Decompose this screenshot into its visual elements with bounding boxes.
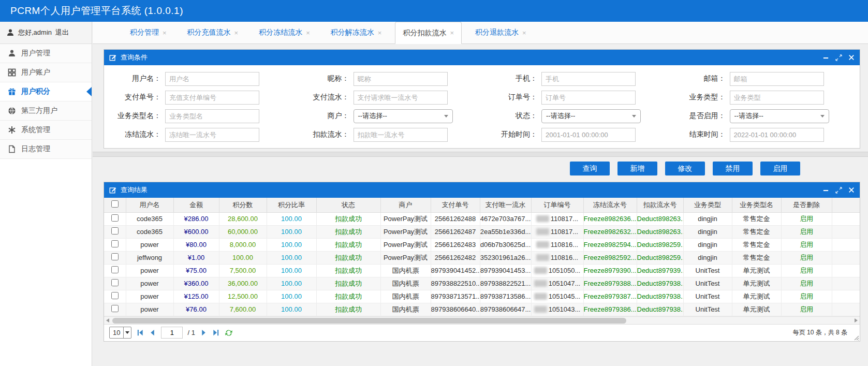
first-page-button[interactable] <box>136 329 144 336</box>
edit-button[interactable]: 修改 <box>665 162 705 175</box>
sidebar-item-log-mgmt[interactable]: 日志管理 <box>0 140 92 159</box>
start-time-input[interactable] <box>541 128 636 142</box>
select-all-checkbox[interactable] <box>111 200 119 208</box>
main-content: 查询条件 用户名：昵称：手机：邮箱：支付单号：支付流水：订单号：业务类型：业务类… <box>93 44 868 366</box>
refresh-icon[interactable] <box>225 329 233 337</box>
page-size-select[interactable]: 10 <box>109 327 131 339</box>
sidebar-item-user-points[interactable]: 用户积分 <box>0 82 92 101</box>
row-checkbox[interactable] <box>111 266 119 273</box>
sidebar-item-user-account[interactable]: 用户账户 <box>0 63 92 82</box>
column-header[interactable]: 冻结流水号 <box>583 198 637 212</box>
mobile-input[interactable] <box>541 72 636 86</box>
cell-order: 110816... <box>531 238 583 251</box>
last-page-button[interactable] <box>212 329 220 336</box>
prev-page-button[interactable] <box>149 329 156 336</box>
table-row[interactable]: jeffwong¥1.00100.00100.00扣款成功PowerPay测试2… <box>104 251 860 264</box>
row-checkbox[interactable] <box>111 279 119 286</box>
row-checkbox-cell <box>104 238 126 251</box>
column-header[interactable]: 支付唯一流水 <box>480 198 531 212</box>
table-row[interactable]: code365¥286.0028,600.00100.00扣款成功PowerPa… <box>104 212 860 225</box>
column-header[interactable]: 业务类型 <box>683 198 732 212</box>
page-number-input[interactable] <box>161 327 183 339</box>
column-header[interactable]: 状态 <box>316 198 380 212</box>
column-header[interactable]: 业务类型名 <box>732 198 781 212</box>
cell-biz_type: dingjin <box>683 212 732 225</box>
end-time-input[interactable] <box>730 128 824 142</box>
row-checkbox[interactable] <box>111 305 119 312</box>
cell-pay_no: 25661262488 <box>431 212 480 225</box>
next-page-button[interactable] <box>200 329 208 336</box>
field-biz-type: 业务类型： <box>669 90 857 105</box>
email-input[interactable] <box>730 72 824 86</box>
tab-close-icon[interactable]: × <box>378 29 382 37</box>
resize-grip-icon[interactable] <box>852 333 859 341</box>
column-header[interactable]: 用户名 <box>126 198 173 212</box>
redaction-blur <box>534 280 547 287</box>
scrollbar-thumb[interactable] <box>112 318 626 324</box>
pay-flow-input[interactable] <box>354 91 448 105</box>
nickname-input[interactable] <box>354 72 448 86</box>
tab-refund-flow[interactable]: 积分退款流水× <box>468 22 534 43</box>
merchant-label: 商户： <box>292 111 354 121</box>
row-checkbox[interactable] <box>111 227 119 235</box>
sidebar-item-third-party[interactable]: 第三方用户 <box>0 101 92 121</box>
tab-recharge-flow[interactable]: 积分充值流水× <box>180 22 246 43</box>
tab-close-icon[interactable]: × <box>522 29 526 37</box>
add-button[interactable]: 新增 <box>617 162 657 175</box>
panel-splitter[interactable] <box>93 152 868 157</box>
enabled-select[interactable]: --请选择-- <box>730 109 829 123</box>
column-header[interactable]: 积分比率 <box>267 198 316 212</box>
freeze-flow-input[interactable] <box>165 128 259 142</box>
minimize-icon[interactable] <box>822 54 829 61</box>
username-input[interactable] <box>165 72 259 86</box>
table-row[interactable]: power¥80.008,000.00100.00扣款成功PowerPay测试2… <box>104 238 860 251</box>
tab-points-mgmt[interactable]: 积分管理× <box>123 22 174 43</box>
tab-close-icon[interactable]: × <box>306 29 310 37</box>
tab-freeze-flow[interactable]: 积分冻结流水× <box>252 22 317 43</box>
tab-deduct-flow[interactable]: 积分扣款流水× <box>395 22 462 44</box>
expand-icon[interactable] <box>835 187 842 194</box>
table-row[interactable]: power¥360.0036,000.00100.00扣款成功国内机票89793… <box>104 277 860 290</box>
column-header[interactable]: 订单编号 <box>531 198 583 212</box>
table-row[interactable]: power¥75.007,500.00100.00扣款成功国内机票8979390… <box>104 264 860 277</box>
pay-order-no-input[interactable] <box>165 91 259 105</box>
expand-icon[interactable] <box>835 54 842 61</box>
column-header[interactable]: 支付单号 <box>431 198 480 212</box>
row-checkbox[interactable] <box>111 292 119 299</box>
select-all-checkbox-cell <box>104 198 126 212</box>
search-button[interactable]: 查询 <box>570 162 610 175</box>
status-select[interactable]: --请选择-- <box>541 109 641 123</box>
disable-button[interactable]: 禁用 <box>713 162 753 175</box>
table-row[interactable]: power¥76.007,600.00100.00扣款成功国内机票8979386… <box>104 303 860 316</box>
biz-type-input[interactable] <box>730 91 824 105</box>
sidebar-item-system-mgmt[interactable]: 系统管理 <box>0 121 92 140</box>
cell-pay_flow: 897939041453... <box>480 264 531 277</box>
column-header[interactable]: 积分数 <box>219 198 267 212</box>
column-header[interactable]: 扣款流水号 <box>637 198 683 212</box>
deduct-flow-input[interactable] <box>354 128 448 142</box>
row-checkbox[interactable] <box>111 253 119 260</box>
table-row[interactable]: code365¥600.0060,000.00100.00扣款成功PowerPa… <box>104 225 860 238</box>
scroll-left-arrow[interactable] <box>106 318 109 323</box>
table-row[interactable]: power¥125.0012,500.00100.00扣款成功国内机票89793… <box>104 290 860 303</box>
row-checkbox[interactable] <box>111 214 119 222</box>
scroll-right-arrow[interactable] <box>855 318 858 323</box>
sidebar-item-user-mgmt[interactable]: 用户管理 <box>0 44 92 63</box>
close-icon[interactable] <box>848 187 855 193</box>
column-header[interactable]: 商户 <box>380 198 431 212</box>
order-no-input[interactable] <box>541 91 636 105</box>
tab-close-icon[interactable]: × <box>163 29 167 37</box>
column-header[interactable]: 金额 <box>173 198 219 212</box>
tab-unfreeze-flow[interactable]: 积分解冻流水× <box>323 22 389 43</box>
biz-type-name-input[interactable] <box>165 109 259 123</box>
row-checkbox[interactable] <box>111 240 119 247</box>
enable-button[interactable]: 启用 <box>760 162 800 175</box>
minimize-icon[interactable] <box>822 187 829 194</box>
tab-close-icon[interactable]: × <box>450 29 454 37</box>
merchant-select[interactable]: --请选择-- <box>354 109 453 123</box>
column-header[interactable]: 是否删除 <box>781 198 832 212</box>
page-size-value: 10 <box>110 329 123 336</box>
tab-close-icon[interactable]: × <box>234 29 239 37</box>
logout-link[interactable]: 退出 <box>55 28 69 37</box>
close-icon[interactable] <box>848 54 855 61</box>
